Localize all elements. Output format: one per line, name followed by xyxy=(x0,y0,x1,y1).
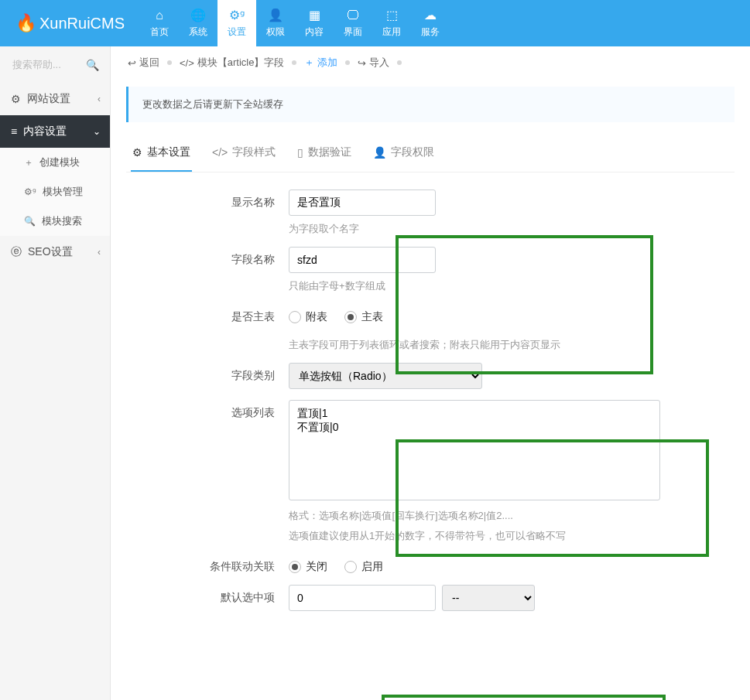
home-icon: ⌂ xyxy=(156,9,163,22)
plus-icon: ＋ xyxy=(24,156,33,169)
sidebar-group-site[interactable]: ⚙ 网站设置 ‹ xyxy=(0,83,110,115)
input-field-name[interactable] xyxy=(289,247,436,273)
topnav-content[interactable]: ▦内容 xyxy=(295,0,334,46)
label-field-type: 字段类别 xyxy=(134,363,289,383)
topnav-system[interactable]: 🌐系统 xyxy=(179,0,217,46)
select-default[interactable]: -- xyxy=(442,585,535,611)
topnav: ⌂首页 🌐系统 ⚙ᵍ设置 👤权限 ▦内容 🖵界面 ⬚应用 ☁服务 xyxy=(140,0,450,46)
globe-icon: 🌐 xyxy=(190,8,206,22)
chevron-left-icon: ‹ xyxy=(98,247,101,258)
content: ↩ 返回 </> 模块【article】字段 ＋添加 ↪ 导入 更改数据之后请更… xyxy=(111,46,750,700)
brand-text: XunRuiCMS xyxy=(39,15,125,32)
search-icon: 🔍 xyxy=(24,216,36,227)
puzzle-icon: ⬚ xyxy=(386,8,398,22)
topnav-service[interactable]: ☁服务 xyxy=(411,0,450,46)
alert-banner: 更改数据之后请更新下全站缓存 xyxy=(126,87,735,122)
flame-icon: 🔥 xyxy=(15,13,36,33)
sidebar-item-module-manage[interactable]: ⚙ᵍ模块管理 xyxy=(0,177,110,207)
input-display-name[interactable] xyxy=(289,190,436,216)
search-icon[interactable]: 🔍 xyxy=(86,59,99,71)
gears-icon: ⚙ᵍ xyxy=(229,8,245,22)
label-display-name: 显示名称 xyxy=(134,190,289,210)
topnav-ui[interactable]: 🖵界面 xyxy=(334,0,372,46)
bc-sep xyxy=(292,60,296,65)
topnav-permission[interactable]: 👤权限 xyxy=(256,0,295,46)
tab-basic[interactable]: ⚙基本设置 xyxy=(131,135,192,172)
code-icon: </> xyxy=(180,57,194,69)
bc-module[interactable]: </> 模块【article】字段 xyxy=(180,56,284,70)
user-icon: 👤 xyxy=(373,146,386,159)
bc-back[interactable]: ↩ 返回 xyxy=(128,56,159,70)
screen-icon: 🖵 xyxy=(347,9,359,22)
gears-icon: ⚙ᵍ xyxy=(24,186,36,197)
label-is-main: 是否主表 xyxy=(134,304,289,324)
sidebar-item-create-module[interactable]: ＋创建模块 xyxy=(0,148,110,177)
bc-add[interactable]: ＋添加 xyxy=(304,56,337,70)
row-field-type: 字段类别 单选按钮（Radio） xyxy=(134,363,727,389)
bc-sep xyxy=(397,60,402,65)
sidebar-group-seo[interactable]: ⓔ SEO设置 ‹ xyxy=(0,236,110,268)
row-is-main: 是否主表 附表 主表 主表字段可用于列表循环或者搜索；附表只能用于内容页显示 xyxy=(134,304,727,352)
highlight-box-3 xyxy=(382,695,666,700)
label-field-name: 字段名称 xyxy=(134,247,289,267)
form: 显示名称 为字段取个名字 字段名称 只能由字母+数字组成 是否主表 附表 xyxy=(126,172,735,630)
chevron-down-icon: ⌄ xyxy=(93,126,101,137)
tabs: ⚙基本设置 </>字段样式 ▯数据验证 👤字段权限 xyxy=(126,135,735,172)
sidebar-search: 🔍 xyxy=(0,46,110,83)
label-default: 默认选中项 xyxy=(134,585,289,605)
textarea-option-list[interactable]: 置顶|1 不置顶|0 xyxy=(289,400,660,500)
row-link-cond: 条件联动关联 关闭 启用 xyxy=(134,554,727,574)
tab-validate[interactable]: ▯数据验证 xyxy=(296,135,353,172)
gear-icon: ⚙ xyxy=(132,146,142,159)
radio-link-on[interactable]: 启用 xyxy=(344,560,383,574)
breadcrumb: ↩ 返回 </> 模块【article】字段 ＋添加 ↪ 导入 xyxy=(111,46,750,79)
row-default: 默认选中项 -- xyxy=(134,585,727,611)
plus-icon: ＋ xyxy=(304,56,314,70)
topbar: 🔥 XunRuiCMS ⌂首页 🌐系统 ⚙ᵍ设置 👤权限 ▦内容 🖵界面 ⬚应用… xyxy=(0,0,750,46)
bc-sep xyxy=(345,60,350,65)
gear-icon: ⚙ xyxy=(11,93,21,105)
hint-field-name: 只能由字母+数字组成 xyxy=(289,279,727,293)
signin-icon: ↪ xyxy=(358,57,366,69)
bc-sep xyxy=(167,60,172,65)
topnav-home[interactable]: ⌂首页 xyxy=(140,0,179,46)
tab-style[interactable]: </>字段样式 xyxy=(211,135,277,172)
row-field-name: 字段名称 只能由字母+数字组成 xyxy=(134,247,727,293)
sidebar-group-content[interactable]: ≡ 内容设置 ⌄ xyxy=(0,115,110,148)
radio-link-off[interactable]: 关闭 xyxy=(289,560,327,574)
sidebar: 🔍 ⚙ 网站设置 ‹ ≡ 内容设置 ⌄ ＋创建模块 ⚙ᵍ模块管理 🔍模块搜索 ⓔ… xyxy=(0,46,111,700)
bc-import[interactable]: ↪ 导入 xyxy=(358,56,389,70)
input-default[interactable] xyxy=(289,585,436,611)
chevron-left-icon: ‹ xyxy=(98,94,101,104)
topnav-settings[interactable]: ⚙ᵍ设置 xyxy=(217,0,256,46)
hint-option-list-1: 格式：选项名称|选项值[回车换行]选项名称2|值2.... xyxy=(289,509,727,523)
crop-icon: ▯ xyxy=(297,146,303,159)
sidebar-item-module-search[interactable]: 🔍模块搜索 xyxy=(0,207,110,236)
reply-icon: ↩ xyxy=(128,57,136,69)
row-option-list: 选项列表 置顶|1 不置顶|0 格式：选项名称|选项值[回车换行]选项名称2|值… xyxy=(134,400,727,543)
grid-icon: ▦ xyxy=(309,8,320,22)
label-link-cond: 条件联动关联 xyxy=(134,554,289,574)
topnav-app[interactable]: ⬚应用 xyxy=(372,0,411,46)
hint-option-list-2: 选项值建议使用从1开始的数字，不得带符号，也可以省略不写 xyxy=(289,529,727,543)
user-icon: 👤 xyxy=(268,8,283,22)
hint-is-main: 主表字段可用于列表循环或者搜索；附表只能用于内容页显示 xyxy=(289,338,727,352)
list-icon: ≡ xyxy=(11,125,17,138)
radio-maintable[interactable]: 主表 xyxy=(344,310,383,324)
tab-permission[interactable]: 👤字段权限 xyxy=(372,135,436,172)
panel: ⚙基本设置 </>字段样式 ▯数据验证 👤字段权限 显示名称 为字段取个名字 字… xyxy=(126,135,735,630)
cloud-icon: ☁ xyxy=(424,8,437,22)
hint-display-name: 为字段取个名字 xyxy=(289,222,727,236)
ie-icon: ⓔ xyxy=(11,245,22,259)
logo: 🔥 XunRuiCMS xyxy=(0,13,140,33)
code-icon: </> xyxy=(212,146,228,159)
radio-subtable[interactable]: 附表 xyxy=(289,310,327,324)
select-field-type[interactable]: 单选按钮（Radio） xyxy=(289,363,482,389)
row-display-name: 显示名称 为字段取个名字 xyxy=(134,190,727,236)
label-option-list: 选项列表 xyxy=(134,400,289,420)
